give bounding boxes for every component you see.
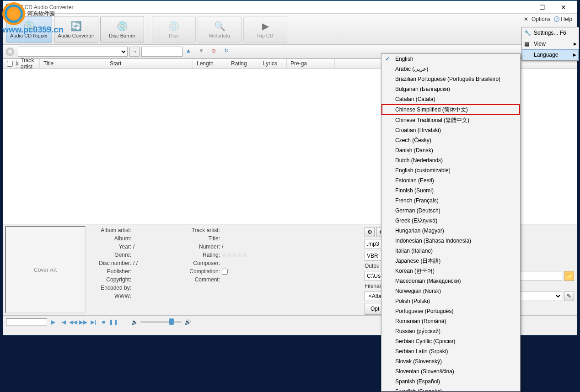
cover-art-box[interactable]: Cover Art — [5, 226, 86, 313]
meta-row: Title: — [179, 235, 258, 242]
lang-brazilian[interactable]: Brazilian Portuguese (Português Brasilei… — [381, 74, 520, 84]
lang-english[interactable]: English — [381, 54, 520, 64]
menu-settings[interactable]: 🔧 Settings... F6 — [522, 27, 579, 38]
column-start[interactable]: Start — [106, 59, 193, 68]
lang-czech[interactable]: Czech (Česky) — [381, 135, 520, 145]
meta-row: Composer: — [179, 260, 258, 266]
lang-serbian[interactable]: Serbian Latin (Srpski) — [381, 346, 520, 356]
output-gear-icon[interactable]: ⚙ — [365, 227, 375, 237]
lang-english[interactable]: English (customizable) — [381, 165, 520, 175]
rewind-icon[interactable]: ◀◀ — [69, 318, 77, 326]
column-#[interactable]: # — [3, 59, 17, 68]
meta-checkbox[interactable] — [222, 269, 228, 275]
close-button[interactable]: ✕ — [553, 1, 574, 14]
main-toolbar: 💿Audio CD Ripper🔄Audio Converter💿Disc Bu… — [3, 14, 577, 45]
meta-row: Album artist: — [90, 227, 170, 233]
path-field-2[interactable] — [141, 47, 183, 57]
lang-dutch[interactable]: Dutch (Nederlands) — [381, 155, 520, 165]
lang-spanish[interactable]: Spanish (Español) — [381, 376, 520, 387]
column-title[interactable]: Title — [40, 59, 106, 68]
lang-catalan[interactable]: Catalan (Català) — [381, 94, 520, 104]
toolbar-label: Rip CD — [257, 33, 273, 38]
meta-label: Number: — [179, 244, 220, 250]
skip-end-icon[interactable]: ▶| — [89, 318, 97, 326]
meta-row: Encoded by: — [90, 285, 170, 291]
lang-japanese[interactable]: Japanese (日本語) — [381, 256, 520, 266]
options-button[interactable]: ✕ Options — [524, 16, 550, 22]
column-pre-ga[interactable]: Pre-ga — [287, 59, 335, 68]
lang-croatian[interactable]: Croatian (Hrvatski) — [381, 125, 520, 135]
lang-italian[interactable]: Italian (Italiano) — [381, 246, 520, 256]
drive-select[interactable] — [18, 47, 128, 57]
lang-korean[interactable]: Korean (한국어) — [381, 266, 520, 276]
lang-bulgarian[interactable]: Bulgarian (Български) — [381, 84, 520, 94]
toolbar-label: Disc Burner — [109, 33, 135, 38]
lang-danish[interactable]: Danish (Dansk) — [381, 145, 520, 155]
lang-serbian[interactable]: Serbian Cyrillic (Српски) — [381, 336, 520, 346]
forward-icon[interactable]: ▶▶ — [79, 318, 87, 326]
toolbar-icon: 🔍 — [212, 20, 227, 32]
volume-slider[interactable] — [140, 321, 182, 323]
lang-norwegian[interactable]: Norwegian (Norsk) — [381, 286, 520, 296]
lang-arabic[interactable]: Arabic (عربي) — [381, 64, 520, 74]
playback-position[interactable] — [6, 318, 47, 326]
lang-romanian[interactable]: Romanian (Română) — [381, 316, 520, 326]
lang-portuguese[interactable]: Portuguese (Português) — [381, 306, 520, 316]
refresh-icon[interactable]: ↻ — [224, 48, 232, 56]
maximize-button[interactable]: ☐ — [532, 1, 553, 14]
sort-down-icon[interactable]: ▼ — [199, 48, 207, 56]
meta-row: Publisher: — [90, 268, 170, 275]
column-length[interactable]: Length — [193, 59, 227, 68]
lang-french[interactable]: French (Français) — [381, 196, 520, 206]
meta-row: Year:/ — [90, 244, 170, 250]
lang-russian[interactable]: Russian (ру́сский) — [381, 326, 520, 336]
rating-stars[interactable]: ☆☆☆☆☆ — [222, 252, 247, 258]
lang-greek[interactable]: Greek (Ελληνικά) — [381, 216, 520, 226]
minimize-button[interactable]: — — [510, 1, 531, 14]
toolbar-audio-converter[interactable]: 🔄Audio Converter — [54, 16, 99, 42]
lang-german[interactable]: German (Deutsch) — [381, 206, 520, 216]
toolbar-label: Metadata — [209, 33, 230, 38]
lang-slovak[interactable]: Slovak (Slovenský) — [381, 356, 520, 366]
menu-language[interactable]: Language ▶ — [522, 49, 579, 60]
skip-start-icon[interactable]: |◀ — [59, 318, 67, 326]
column-rating[interactable]: Rating — [227, 59, 259, 68]
pause-icon[interactable]: ❚❚ — [109, 318, 118, 326]
browse-folder-icon[interactable]: 📁 — [564, 271, 574, 281]
meta-row: Copyright: — [90, 276, 170, 283]
lang-slovenian[interactable]: Slovenian (Slovenščina) — [381, 366, 520, 376]
lang-finnish[interactable]: Finnish (Suomi) — [381, 185, 520, 196]
lang-chinese[interactable]: Chinese Simplified (简体中文) — [381, 104, 520, 115]
filename-edit-icon[interactable]: ✎ — [564, 291, 574, 301]
meta-label: WWW: — [90, 293, 131, 299]
menu-view[interactable]: ▦ View ▶ — [522, 38, 579, 49]
help-button[interactable]: ? Help — [554, 16, 572, 22]
mute-icon[interactable]: 🔈 — [130, 318, 139, 326]
toolbar-label: Audio Converter — [58, 33, 95, 38]
meta-value[interactable]: / / — [133, 260, 170, 266]
sort-up-icon[interactable]: ▲ — [186, 48, 194, 56]
clear-icon[interactable]: ⊘ — [211, 48, 220, 56]
submenu-arrow-icon: ▶ — [573, 53, 576, 57]
column-track-artist[interactable]: Track artist — [17, 59, 40, 68]
lang-indonesian[interactable]: Indonesian (Bahasa Indonesia) — [381, 236, 520, 246]
meta-value[interactable]: / — [133, 244, 170, 250]
options-icon: ✕ — [524, 16, 530, 22]
column-lyrics[interactable]: Lyrics — [259, 59, 287, 68]
meta-row: Comment: — [179, 276, 258, 283]
path-go-button[interactable]: → — [129, 47, 140, 57]
lang-hungarian[interactable]: Hungarian (Magyar) — [381, 226, 520, 236]
lang-polish[interactable]: Polish (Polski) — [381, 296, 520, 306]
select-all-checkbox[interactable] — [7, 61, 13, 67]
lang-estonian[interactable]: Estonian (Eesti) — [381, 175, 520, 185]
lang-swedish[interactable]: Swedish (Svenska) — [381, 387, 520, 392]
toolbar-metadata: 🔍Metadata — [198, 16, 242, 42]
play-icon[interactable]: ▶ — [49, 318, 57, 326]
lang-chinese[interactable]: Chinese Traditional (繁體中文) — [381, 115, 520, 125]
stop-icon[interactable]: ■ — [99, 318, 107, 326]
meta-label: Genre: — [90, 252, 131, 258]
toolbar-disc-burner[interactable]: 💿Disc Burner — [100, 16, 144, 42]
meta-value[interactable]: / — [222, 244, 258, 250]
toolbar-audio-cd-ripper[interactable]: 💿Audio CD Ripper — [6, 16, 52, 42]
lang-macedonian[interactable]: Macedonian (Македонски) — [381, 276, 520, 286]
